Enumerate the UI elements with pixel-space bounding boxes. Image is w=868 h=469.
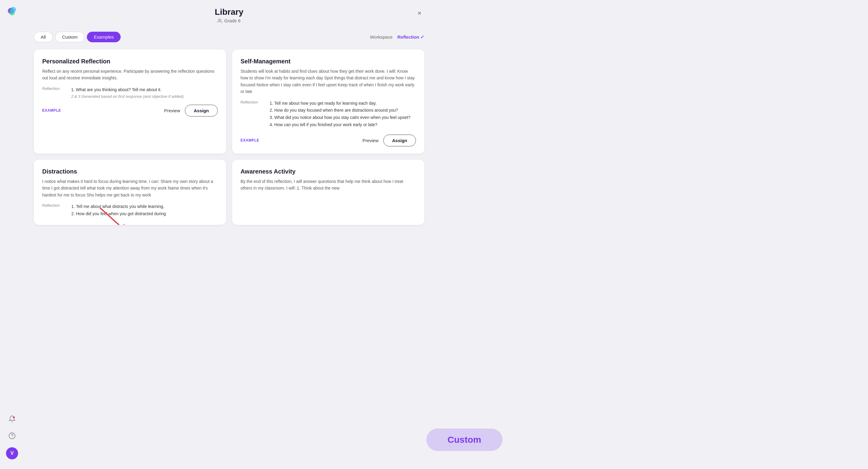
main-content: Library Grade 6 × All Custom Examples Wo… [24, 0, 434, 469]
card-description: By the end of this reflection, I will an… [241, 178, 416, 192]
preview-button[interactable]: Preview [164, 108, 180, 113]
close-button[interactable]: × [415, 8, 424, 18]
card-self-management: Self-Management Students will look at ha… [232, 50, 425, 154]
reflection-row: Reflection 1. What are you thinking abou… [42, 86, 218, 99]
card-title: Self-Management [241, 58, 416, 65]
reflection-questions: Tell me about how you get ready for lear… [270, 100, 410, 128]
user-avatar[interactable]: V [6, 447, 18, 459]
help-icon[interactable] [7, 430, 18, 441]
card-footer: EXAMPLE Preview Assign [241, 135, 416, 146]
reflection-generated: 2 & 3 Generated based on first response … [71, 94, 185, 99]
reflection-label[interactable]: Reflection ✓ [397, 34, 424, 40]
card-distractions: Distractions I notice what makes it hard… [34, 160, 226, 225]
tab-all[interactable]: All [34, 32, 53, 42]
reflection-text: Reflection [397, 34, 419, 39]
svg-point-5 [9, 433, 15, 439]
card-personalized-reflection: Personalized Reflection Reflect on any r… [34, 50, 226, 154]
grade-icon [217, 19, 222, 23]
card-description: Reflect on any recent personal experienc… [42, 68, 218, 82]
question-item: What did you notice about how you stay c… [275, 114, 410, 121]
svg-point-7 [219, 19, 220, 21]
example-badge: EXAMPLE [241, 138, 259, 142]
tab-custom[interactable]: Custom [55, 32, 85, 42]
reflection-tag: Reflection [241, 100, 265, 128]
cards-grid: Personalized Reflection Reflect on any r… [34, 50, 424, 225]
card-title: Awareness Activity [241, 168, 416, 175]
page-title: Library [34, 7, 424, 17]
card-footer: EXAMPLE Preview Assign [42, 105, 218, 117]
custom-bubble-label: Custom [427, 429, 434, 451]
sidebar-bottom: V [6, 413, 18, 459]
reflection-question-1: 1. What are you thinking about? Tell me … [71, 86, 185, 93]
reflection-content: 1. What are you thinking about? Tell me … [71, 86, 185, 99]
assign-button[interactable]: Assign [383, 135, 416, 146]
reflection-check-icon: ✓ [421, 34, 424, 40]
assign-button[interactable]: Assign [185, 105, 217, 117]
card-actions: Preview Assign [164, 105, 217, 117]
reflection-tag: Reflection [42, 203, 66, 217]
filter-tabs: All Custom Examples [34, 32, 121, 42]
card-description: I notice what makes it hard to focus dur… [42, 178, 218, 198]
sidebar: V [0, 0, 24, 469]
question-item: How did you feel when you got distracted… [76, 210, 166, 217]
card-title: Personalized Reflection [42, 58, 218, 65]
card-awareness-activity: Awareness Activity By the end of this re… [232, 160, 425, 225]
card-title: Distractions [42, 168, 218, 175]
example-badge: EXAMPLE [42, 108, 61, 113]
reflection-row: Reflection Tell me about how you get rea… [241, 100, 416, 128]
custom-tooltip-bubble: Custom [427, 429, 434, 451]
header: Library Grade 6 × [34, 7, 424, 23]
question-item: How do you stay focused when there are d… [275, 107, 410, 114]
tab-examples[interactable]: Examples [87, 32, 121, 42]
question-item: How can you tell if you finished your wo… [275, 121, 410, 128]
notification-icon[interactable] [7, 413, 18, 424]
reflection-tag: Reflection [42, 86, 66, 99]
workspace-label[interactable]: Workspace [370, 34, 393, 39]
filter-right: Workspace Reflection ✓ [370, 34, 424, 40]
question-item: Tell me about how you get ready for lear… [275, 100, 410, 107]
grade-label: Grade 6 [224, 18, 240, 23]
reflection-row: Reflection Tell me about what distracts … [42, 203, 218, 217]
app-logo[interactable] [5, 5, 19, 19]
svg-point-3 [9, 10, 15, 16]
preview-button[interactable]: Preview [363, 138, 378, 143]
question-item: Tell me about what distracts you while l… [76, 203, 166, 210]
reflection-questions: Tell me about what distracts you while l… [71, 203, 166, 217]
card-actions: Preview Assign [363, 135, 416, 146]
header-subtitle: Grade 6 [34, 18, 424, 23]
filter-bar: All Custom Examples Workspace Reflection… [34, 32, 424, 42]
svg-point-4 [13, 416, 15, 418]
card-description: Students will look at habits and find cl… [241, 68, 416, 95]
